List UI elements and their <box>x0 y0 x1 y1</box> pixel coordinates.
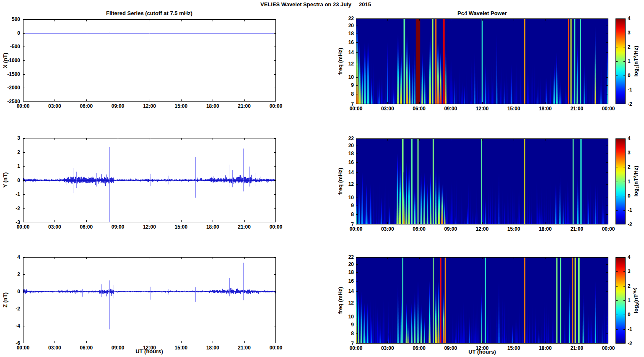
y-tick-label: -500 <box>0 43 20 50</box>
z-wavelet-spectrogram-canvas <box>356 257 608 344</box>
colorbar-tick-label: -2 <box>628 101 640 107</box>
colorbar-tick-label: -2 <box>628 221 640 228</box>
wavelet-spectra-figure: VELIES Wavelet Spectra on 23 July 2015 F… <box>0 0 644 357</box>
x-tick-label: 18:00 <box>203 224 222 230</box>
freq-tick-label: 8 <box>342 330 354 337</box>
figure-title: VELIES Wavelet Spectra on 23 July 2015 <box>0 1 631 8</box>
freq-tick-label: 20 <box>342 261 354 268</box>
freq-tick-label: 10 <box>342 194 354 201</box>
x-tick-label: 06:00 <box>77 103 96 109</box>
colorbar-tick-label: -1 <box>628 207 640 214</box>
y-tick-label: -1000 <box>0 57 20 64</box>
x-tick-label: 12:00 <box>473 345 491 352</box>
freq-tick-label: 12 <box>342 60 354 67</box>
x-tick-label: 18:00 <box>203 344 222 351</box>
x-tick-label: 00:00 <box>599 345 618 352</box>
y-tick-label: -2 <box>0 205 20 212</box>
y-wavelet-spectrogram-canvas <box>356 138 608 224</box>
freq-tick-label: 18 <box>342 150 354 157</box>
z-series-ylabel: Z (nT) <box>2 271 9 329</box>
x-tick-label: 12:00 <box>140 224 159 230</box>
colorbar-tick-label: 1 <box>628 178 640 185</box>
freq-tick-label: 14 <box>342 169 354 176</box>
freq-tick-label: 20 <box>342 142 354 149</box>
x-tick-label: 06:00 <box>77 224 96 230</box>
x-tick-label: 18:00 <box>536 345 555 352</box>
x-tick-label: 21:00 <box>235 103 254 109</box>
y-tick-label: 500 <box>0 16 20 23</box>
x-tick-label: 09:00 <box>441 226 460 232</box>
y-tick-label: 0 <box>0 288 20 295</box>
colorbar-tick-label: 4 <box>628 15 640 22</box>
x-tick-label: 21:00 <box>568 105 586 112</box>
y-series-plot-canvas <box>23 138 276 222</box>
colorbar-top <box>615 18 626 104</box>
colorbar-tick-label: 4 <box>628 135 640 142</box>
y-tick-label: 4 <box>0 254 20 261</box>
left-column-title: Filtered Series (cutoff at 7.5 mHz) <box>44 10 254 16</box>
freq-tick-label: 20 <box>342 22 354 29</box>
y-tick-label: 0 <box>0 177 20 184</box>
x-tick-label: 15:00 <box>172 103 190 109</box>
x-tick-label: 03:00 <box>45 344 64 351</box>
colorbar-tick-label: 1 <box>628 297 640 304</box>
colorbar-tick-label: 3 <box>628 29 640 36</box>
freq-tick-label: 22 <box>342 135 354 142</box>
x-tick-label: 12:00 <box>473 105 491 112</box>
x-tick-label: 06:00 <box>410 226 428 232</box>
x-tick-label: 06:00 <box>410 105 428 112</box>
x-tick-label: 12:00 <box>140 344 159 351</box>
colorbar-tick-label: 0 <box>628 311 640 318</box>
colorbar-tick-label: -1 <box>628 86 640 93</box>
y-tick-label: -1500 <box>0 71 20 78</box>
freq-tick-label: 22 <box>342 254 354 261</box>
x-tick-label: 00:00 <box>599 226 618 232</box>
x-tick-label: 00:00 <box>267 103 285 109</box>
freq-tick-label: 7 <box>342 221 354 228</box>
freq-tick-label: 9 <box>342 82 354 89</box>
colorbar-tick-label: -1 <box>628 326 640 333</box>
x-tick-label: 09:00 <box>109 103 127 109</box>
x-tick-label: 06:00 <box>410 345 428 352</box>
x-tick-label: 03:00 <box>378 226 397 232</box>
colorbar-tick-label: -2 <box>628 340 640 347</box>
x-tick-label: 21:00 <box>235 344 254 351</box>
freq-tick-label: 14 <box>342 288 354 294</box>
freq-tick-label: 16 <box>342 159 354 166</box>
y-tick-label: 2 <box>0 271 20 278</box>
x-wavelet-spectrogram-canvas <box>356 18 608 104</box>
y-tick-label: -4 <box>0 323 20 329</box>
x-tick-label: 09:00 <box>441 105 460 112</box>
y-tick-label: -2500 <box>0 98 20 105</box>
freq-tick-label: 14 <box>342 49 354 56</box>
x-tick-label: 21:00 <box>568 345 586 352</box>
freq-tick-label: 22 <box>342 15 354 22</box>
x-tick-label: 21:00 <box>235 224 254 230</box>
x-tick-label: 03:00 <box>45 103 64 109</box>
x-tick-label: 18:00 <box>203 103 222 109</box>
x-tick-label: 00:00 <box>267 344 285 351</box>
x-tick-label: 15:00 <box>172 224 190 230</box>
x-tick-label: 09:00 <box>441 345 460 352</box>
y-tick-label: 0 <box>0 30 20 36</box>
freq-tick-label: 10 <box>342 74 354 81</box>
x-tick-label: 00:00 <box>599 105 618 112</box>
colorbar-tick-label: 2 <box>628 283 640 289</box>
x-tick-label: 03:00 <box>45 224 64 230</box>
y-tick-label: -1 <box>0 191 20 198</box>
colorbar-tick-label: 4 <box>628 254 640 261</box>
freq-tick-label: 18 <box>342 269 354 276</box>
freq-tick-label: 9 <box>342 321 354 328</box>
colorbar-tick-label: 3 <box>628 149 640 156</box>
x-tick-label: 18:00 <box>536 226 555 232</box>
x-tick-label: 12:00 <box>473 226 491 232</box>
y-tick-label: -2000 <box>0 84 20 91</box>
freq-tick-label: 16 <box>342 278 354 284</box>
x-tick-label: 03:00 <box>378 345 397 352</box>
freq-tick-label: 8 <box>342 211 354 218</box>
x-tick-label: 15:00 <box>504 226 523 232</box>
x-tick-label: 15:00 <box>504 105 523 112</box>
x-tick-label: 06:00 <box>77 344 96 351</box>
x-tick-label: 15:00 <box>504 345 523 352</box>
colorbar-tick-label: 2 <box>628 44 640 50</box>
